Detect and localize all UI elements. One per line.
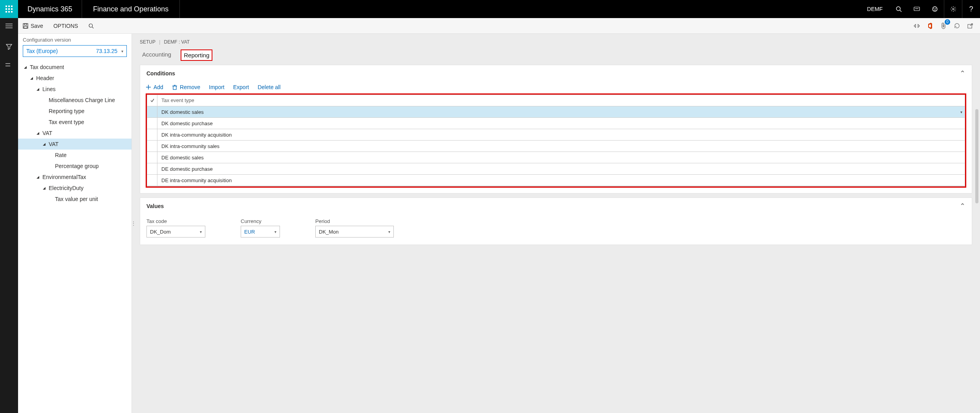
config-version-select[interactable]: Tax (Europe) 73.13.25 ▾ [23, 45, 127, 57]
options-button[interactable]: OPTIONS [48, 18, 84, 33]
delete-all-button[interactable]: Delete all [258, 84, 280, 90]
cell-tax-event-type[interactable]: DK domestic purchase [157, 121, 958, 126]
module-title[interactable]: Finance and Operations [82, 0, 180, 18]
svg-point-6 [936, 8, 936, 9]
svg-point-16 [89, 24, 93, 27]
values-header[interactable]: Values [140, 198, 972, 214]
settings-icon[interactable] [944, 0, 962, 18]
tree-toggle-icon: ◢ [35, 87, 41, 91]
config-version-label: Configuration version [18, 34, 132, 45]
remove-button[interactable]: Remove [172, 84, 200, 90]
tree-node-pct-group[interactable]: Percentage group [18, 161, 132, 172]
tree-node-vat2[interactable]: ◢VAT [18, 139, 132, 150]
row-select[interactable] [147, 175, 157, 186]
svg-marker-19 [918, 24, 920, 27]
tree-label: Tax document [30, 64, 64, 70]
tree-node-misc-charge[interactable]: Miscellaneous Charge Line [18, 95, 132, 106]
table-row[interactable]: DE intra-community acquisition▾ [147, 175, 965, 186]
svg-rect-23 [173, 86, 176, 90]
row-select[interactable] [147, 163, 157, 174]
tree-label: Tax event type [49, 119, 84, 125]
conditions-grid-highlight: Tax event type DK domestic sales▾DK dome… [146, 93, 966, 188]
refresh-icon[interactable] [951, 20, 963, 32]
cell-tax-event-type[interactable]: DE domestic purchase [157, 166, 958, 172]
tree-label: Reporting type [49, 108, 84, 114]
export-button[interactable]: Export [233, 84, 249, 90]
page-search-button[interactable] [84, 18, 99, 33]
table-row[interactable]: DK domestic purchase▾ [147, 118, 965, 129]
attachview-icon[interactable] [911, 20, 923, 32]
messagebar-icon[interactable] [908, 0, 926, 18]
svg-line-1 [900, 10, 901, 12]
row-select[interactable] [147, 141, 157, 152]
tree-toggle-icon: ◢ [28, 76, 35, 80]
relatedinfo-icon[interactable] [0, 56, 18, 74]
table-row[interactable]: DK intra-community sales▾ [147, 141, 965, 152]
chevron-up-icon [960, 69, 965, 78]
row-select[interactable] [147, 106, 157, 117]
app-launcher[interactable] [0, 0, 18, 18]
select-all-checkmark[interactable] [147, 95, 157, 106]
cell-tax-event-type[interactable]: DE intra-community acquisition [157, 177, 958, 183]
tabs: Accounting Reporting [140, 47, 972, 65]
hamburger-icon[interactable] [0, 18, 18, 34]
field-period: Period DK_Mon ▾ [315, 218, 394, 238]
waffle-icon [5, 5, 13, 13]
row-select[interactable] [147, 118, 157, 129]
popout-icon[interactable] [964, 20, 976, 32]
field-tax-code: Tax code DK_Dom ▾ [146, 218, 205, 238]
conditions-toolbar: Add Remove Import Export Delete all [140, 82, 972, 93]
conditions-header[interactable]: Conditions [140, 65, 972, 82]
chevron-down-icon: ▾ [121, 49, 123, 53]
period-select[interactable]: DK_Mon ▾ [315, 226, 394, 238]
import-button[interactable]: Import [209, 84, 225, 90]
tree-node-vat[interactable]: ◢VAT [18, 128, 132, 139]
table-row[interactable]: DK intra-community acquisition▾ [147, 129, 965, 141]
tab-accounting[interactable]: Accounting [140, 49, 174, 61]
chevron-down-icon: ▾ [958, 110, 965, 114]
tree-node-elec-duty[interactable]: ◢ElectricityDuty [18, 183, 132, 194]
tree-node-header[interactable]: ◢Header [18, 73, 132, 84]
office-icon[interactable] [924, 20, 936, 32]
attachments-badge: 0 [945, 19, 950, 25]
search-icon[interactable] [890, 0, 908, 18]
tree-node-tax-val-unit[interactable]: Tax value per unit [18, 194, 132, 205]
cell-tax-event-type[interactable]: DK intra-community acquisition [157, 132, 958, 138]
content-scrollbar[interactable] [975, 109, 978, 203]
attachments-icon[interactable]: 0 [938, 20, 949, 32]
tree-node-env-tax[interactable]: ◢EnvironmentalTax [18, 172, 132, 183]
column-tax-event-type[interactable]: Tax event type [157, 95, 965, 106]
tree-label: Header [36, 75, 54, 81]
tree-node-tax-document[interactable]: ◢Tax document [18, 62, 132, 73]
company-code[interactable]: DEMF [860, 0, 890, 18]
tree-node-rate[interactable]: Rate [18, 150, 132, 161]
cell-tax-event-type[interactable]: DE domestic sales [157, 155, 958, 161]
table-row[interactable]: DE domestic purchase▾ [147, 163, 965, 175]
cell-tax-event-type[interactable]: DK domestic sales [157, 109, 958, 115]
tree-toggle-icon: ◢ [35, 131, 41, 135]
left-rail [0, 18, 18, 413]
feedback-icon[interactable] [926, 0, 944, 18]
cell-tax-event-type[interactable]: DK intra-community sales [157, 143, 958, 149]
row-select[interactable] [147, 152, 157, 163]
add-button[interactable]: Add [146, 84, 163, 90]
tax-code-select[interactable]: DK_Dom ▾ [146, 226, 205, 238]
help-icon[interactable]: ? [962, 0, 980, 18]
chevron-down-icon: ▾ [200, 230, 202, 234]
tree-toggle-icon: ◢ [41, 142, 47, 146]
brand-title[interactable]: Dynamics 365 [18, 0, 82, 18]
svg-point-7 [953, 8, 954, 10]
tree-node-reporting-type[interactable]: Reporting type [18, 106, 132, 117]
table-row[interactable]: DE domestic sales▾ [147, 152, 965, 163]
action-bar: Save OPTIONS 0 [18, 18, 980, 34]
save-button[interactable]: Save [18, 18, 48, 33]
tree-node-lines[interactable]: ◢Lines [18, 84, 132, 95]
tree-toggle-icon: ◢ [35, 175, 41, 179]
filter-icon[interactable] [0, 38, 18, 56]
currency-select[interactable]: EUR ▾ [241, 226, 280, 238]
tree-node-tax-event-type[interactable]: Tax event type [18, 117, 132, 128]
row-select[interactable] [147, 129, 157, 140]
table-row[interactable]: DK domestic sales▾ [147, 106, 965, 118]
splitter-handle[interactable]: ⋮ [132, 34, 135, 413]
tab-reporting[interactable]: Reporting [181, 49, 212, 61]
